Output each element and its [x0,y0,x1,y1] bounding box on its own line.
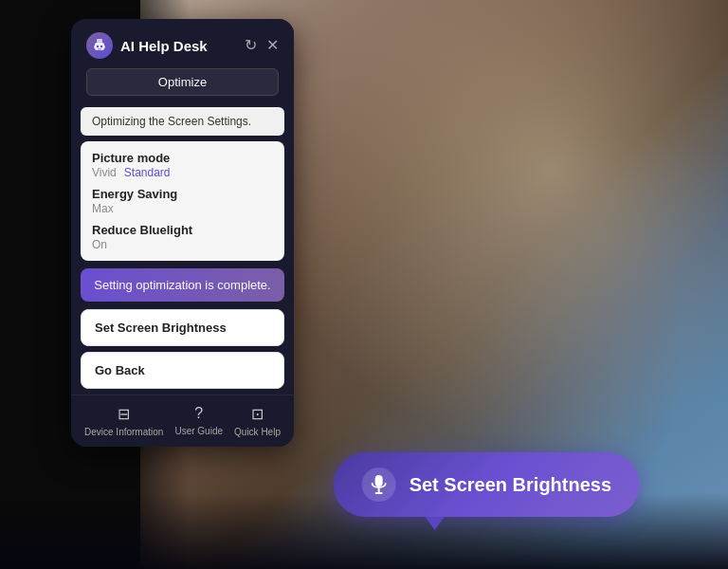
picture-mode-active: Standard [124,166,171,179]
set-brightness-button[interactable]: Set Screen Brightness [81,309,284,346]
go-back-button[interactable]: Go Back [81,352,284,389]
panel-header-left: AI Help Desk [86,32,208,59]
close-button[interactable]: ✕ [266,38,279,53]
panel-controls: ↻ ✕ [245,38,279,53]
energy-saving-value: Max [92,202,114,215]
picture-mode-inactive: Vivid [92,166,117,179]
quick-help-icon: ⊡ [251,405,264,423]
energy-saving-values: Max [92,202,273,215]
quick-help-item[interactable]: ⊡ Quick Help [234,405,281,437]
status-bar: Optimizing the Screen Settings. [81,107,284,136]
status-text: Optimizing the Screen Settings. [92,115,251,128]
settings-box: Picture mode Vivid Standard Energy Savin… [81,141,284,261]
picture-mode-row: Picture mode Vivid Standard [92,151,273,179]
completion-banner: Setting optimization is complete. [81,268,284,302]
user-guide-item[interactable]: ? User Guide [174,405,223,437]
panel-header: AI Help Desk ↻ ✕ [71,19,294,68]
microphone-icon [362,468,396,502]
svg-rect-2 [94,46,96,48]
svg-rect-3 [104,46,106,48]
svg-point-5 [100,46,102,47]
completion-text: Setting optimization is complete. [94,278,270,292]
device-info-icon: ⊟ [118,405,130,423]
user-guide-label: User Guide [174,426,223,436]
picture-mode-values: Vivid Standard [92,166,273,179]
energy-saving-label: Energy Saving [92,187,273,201]
svg-point-4 [97,46,99,47]
svg-rect-6 [98,49,101,50]
reduce-bluelight-values: On [92,238,273,251]
reduce-bluelight-row: Reduce Bluelight On [92,223,273,251]
ai-help-desk-panel: AI Help Desk ↻ ✕ Optimize Optimizing the… [71,19,294,447]
user-guide-icon: ? [194,405,203,422]
device-info-item[interactable]: ⊟ Device Information [84,405,163,437]
voice-bubble-text: Set Screen Brightness [410,474,611,496]
quick-help-label: Quick Help [234,427,281,437]
refresh-button[interactable]: ↻ [245,38,257,53]
picture-mode-label: Picture mode [92,151,273,165]
device-info-label: Device Information [84,427,163,437]
energy-saving-row: Energy Saving Max [92,187,273,215]
voice-bubble: Set Screen Brightness [334,452,640,517]
optimize-button[interactable]: Optimize [86,68,279,96]
svg-rect-7 [375,475,383,486]
ai-icon [86,32,113,59]
reduce-bluelight-label: Reduce Bluelight [92,223,273,237]
svg-rect-1 [97,39,102,43]
panel-title: AI Help Desk [120,38,208,54]
panel-footer: ⊟ Device Information ? User Guide ⊡ Quic… [71,395,294,447]
reduce-bluelight-value: On [92,238,107,251]
